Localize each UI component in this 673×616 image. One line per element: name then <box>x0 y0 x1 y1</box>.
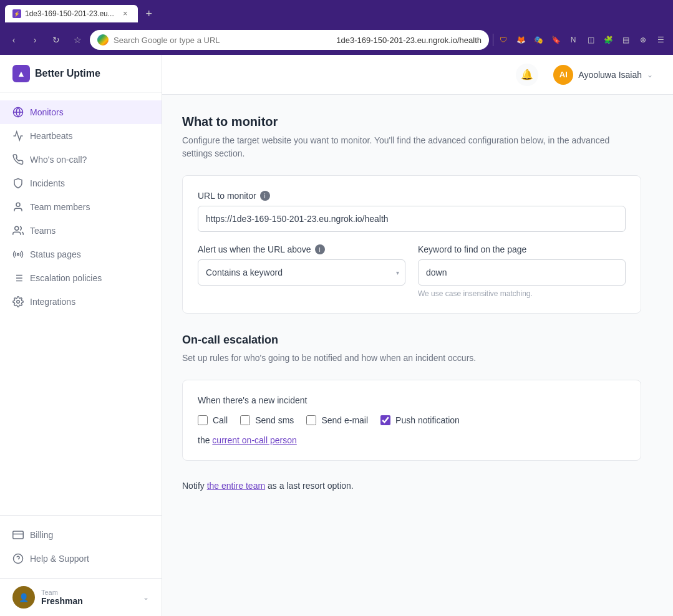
brand-name: Better Uptime <box>35 68 100 79</box>
url-field-label: URL to monitor i <box>198 191 626 201</box>
new-tab-button[interactable]: + <box>140 5 158 22</box>
ext-puzzle-icon[interactable]: 🧩 <box>601 32 616 47</box>
whos-on-call-label: Who's on-call? <box>30 155 87 165</box>
status-pages-label: Status pages <box>30 249 81 259</box>
content-inner: What to monitor Configure the target web… <box>162 95 661 526</box>
user-initials: AI <box>559 70 568 79</box>
new-incident-label: When there's a new incident <box>198 395 626 405</box>
svg-point-11 <box>17 301 20 304</box>
notify-on-call-text: the current on-call person <box>198 435 626 445</box>
url-info-icon[interactable]: i <box>260 191 270 201</box>
alert-field: Alert us when the URL above i Contains a… <box>198 244 405 298</box>
sidebar-item-whos-on-call[interactable]: Who's on-call? <box>0 148 162 171</box>
heartbeats-label: Heartbeats <box>30 131 72 141</box>
send-email-checkbox-label[interactable]: Send e-mail <box>306 415 368 425</box>
signal-icon <box>12 249 24 260</box>
notify-team-prefix: Notify <box>182 481 205 491</box>
team-footer[interactable]: 👤 Team Freshman ⌄ <box>0 578 162 616</box>
call-checkbox[interactable] <box>198 415 208 425</box>
sidebar-item-monitors[interactable]: Monitors <box>0 100 162 124</box>
wave-icon <box>12 130 24 142</box>
person-icon <box>12 201 24 213</box>
tab-favicon: ⚡ <box>12 9 21 18</box>
sidebar-item-integrations[interactable]: Integrations <box>0 290 162 314</box>
ext-icon-1[interactable]: 🦊 <box>513 32 528 47</box>
keyword-field: Keyword to find on the page We use case … <box>418 244 626 298</box>
bookmark-button[interactable]: ☆ <box>69 31 86 49</box>
send-sms-checkbox[interactable] <box>240 415 250 425</box>
monitor-card: URL to monitor i Alert us when the URL a… <box>182 175 641 314</box>
sidebar-item-billing[interactable]: Billing <box>0 523 162 547</box>
alert-select[interactable]: Contains a keyword Does not contain a ke… <box>198 259 405 286</box>
team-members-label: Team members <box>30 202 90 212</box>
back-button[interactable]: ‹ <box>5 31 22 49</box>
send-sms-label: Send sms <box>255 415 294 425</box>
sidebar-item-teams[interactable]: Teams <box>0 219 162 243</box>
avatar: 👤 <box>12 586 35 609</box>
entire-team-link[interactable]: the entire team <box>207 481 265 491</box>
address-text: 1de3-169-150-201-23.eu.ngrok.io/health <box>336 36 482 45</box>
ext-icon-4[interactable]: N <box>566 32 581 47</box>
current-on-call-link[interactable]: current on-call person <box>212 435 296 445</box>
google-icon <box>97 34 109 46</box>
on-call-card: When there's a new incident Call Send sm… <box>182 380 641 461</box>
address-input[interactable] <box>114 36 331 45</box>
phone-icon <box>12 154 24 165</box>
main-content: What to monitor Configure the target web… <box>162 95 673 616</box>
alert-select-wrapper: Contains a keyword Does not contain a ke… <box>198 259 405 286</box>
sidebar-item-incidents[interactable]: Incidents <box>0 171 162 195</box>
alert-keyword-row: Alert us when the URL above i Contains a… <box>198 244 626 298</box>
what-to-monitor-title: What to monitor <box>182 115 641 129</box>
sidebar: ▲ Better Uptime Monitors Heartbeats <box>0 55 162 616</box>
send-email-checkbox[interactable] <box>306 415 316 425</box>
notifications-button[interactable]: 🔔 <box>516 64 538 86</box>
user-chevron-icon: ⌄ <box>647 70 653 79</box>
monitors-label: Monitors <box>30 107 64 117</box>
ext-sidebar-icon[interactable]: ▤ <box>618 32 633 47</box>
forward-button[interactable]: › <box>26 31 44 49</box>
keyword-input[interactable] <box>418 259 626 286</box>
gear-icon <box>12 296 24 307</box>
sidebar-item-escalation-policies[interactable]: Escalation policies <box>0 266 162 290</box>
push-notification-checkbox-label[interactable]: Push notification <box>380 415 460 425</box>
on-call-title: On-call escalation <box>182 334 641 347</box>
team-label: Team <box>41 589 137 596</box>
url-input[interactable] <box>198 206 626 232</box>
globe-icon <box>12 107 24 118</box>
avatar-text: 👤 <box>19 593 29 602</box>
ext-icon-3[interactable]: 🔖 <box>548 32 563 47</box>
tab-close-button[interactable]: × <box>120 9 130 19</box>
sidebar-item-help-support[interactable]: Help & Support <box>0 547 162 570</box>
integrations-label: Integrations <box>30 297 75 307</box>
checkbox-group: Call Send sms Send e-mail Push noti <box>198 415 626 425</box>
ext-menu-icon[interactable]: ☰ <box>653 32 668 47</box>
active-tab[interactable]: ⚡ 1de3-169-150-201-23.eu... × <box>5 5 138 22</box>
user-menu[interactable]: AI Ayooluwa Isaiah ⌄ <box>548 62 658 87</box>
send-sms-checkbox-label[interactable]: Send sms <box>240 415 294 425</box>
sidebar-item-status-pages[interactable]: Status pages <box>0 243 162 266</box>
sidebar-item-team-members[interactable]: Team members <box>0 195 162 219</box>
call-checkbox-label[interactable]: Call <box>198 415 228 425</box>
sidebar-item-heartbeats[interactable]: Heartbeats <box>0 124 162 148</box>
sidebar-bottom: Billing Help & Support <box>0 515 162 578</box>
topbar: 🔔 AI Ayooluwa Isaiah ⌄ <box>162 55 673 95</box>
address-bar[interactable]: 1de3-169-150-201-23.eu.ngrok.io/health <box>90 30 489 50</box>
notify-team-text: Notify the entire team as a last resort … <box>182 481 641 506</box>
push-notification-checkbox[interactable] <box>380 415 390 425</box>
ext-icon-5[interactable]: ◫ <box>583 32 598 47</box>
address-bar-row: ‹ › ↻ ☆ 1de3-169-150-201-23.eu.ngrok.io/… <box>0 27 673 55</box>
list-icon <box>12 272 24 284</box>
ext-icon-2[interactable]: 🎭 <box>531 32 546 47</box>
svg-point-2 <box>16 203 20 206</box>
alert-info-icon[interactable]: i <box>315 244 325 254</box>
card-icon <box>12 529 24 541</box>
ext-icon-6[interactable]: ⊕ <box>636 32 651 47</box>
team-name: Freshman <box>41 596 137 606</box>
ext-shield-icon[interactable]: 🛡 <box>496 32 511 47</box>
sidebar-nav: Monitors Heartbeats Who's on-call? <box>0 93 162 515</box>
reload-button[interactable]: ↻ <box>47 31 65 49</box>
team-info: Team Freshman <box>41 589 137 606</box>
team-chevron-icon: ⌄ <box>143 593 149 602</box>
help-support-label: Help & Support <box>30 554 89 564</box>
call-label: Call <box>213 415 228 425</box>
